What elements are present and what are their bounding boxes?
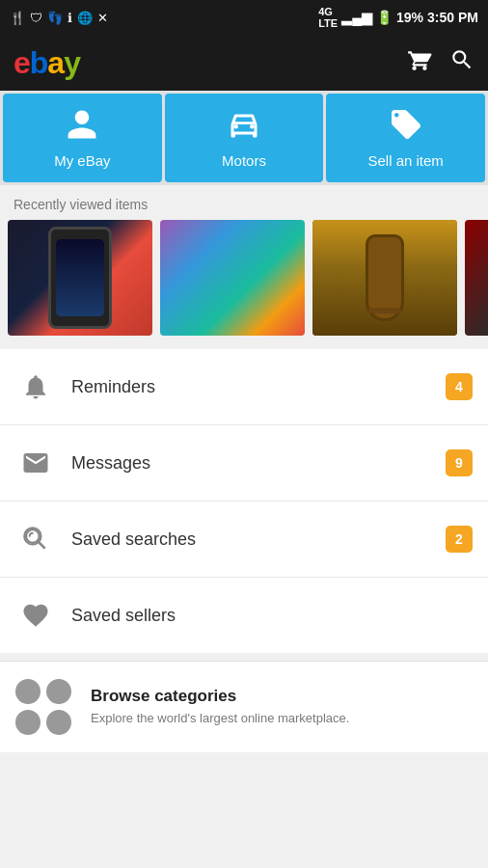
app-header: ebay [0, 35, 488, 91]
menu-item-reminders[interactable]: Reminders 4 [0, 349, 488, 425]
status-icons: 🍴 🛡 👣 ℹ 🌐 ✕ [10, 11, 108, 25]
icon-info: ℹ [68, 11, 72, 25]
ebay-logo: ebay [14, 45, 80, 81]
recent-item-guitar[interactable] [312, 220, 457, 336]
envelope-icon [15, 443, 56, 483]
icon-x: ✕ [97, 11, 108, 25]
icon-fork: 🍴 [10, 11, 25, 25]
recent-item-scarf[interactable] [160, 220, 305, 336]
status-right: 4GLTE ▂▄▆ 🔋 19% 3:50 PM [318, 6, 478, 29]
browse-text: Browse categories Explore the world's la… [91, 687, 349, 727]
saved-searches-badge: 2 [446, 526, 473, 553]
car-icon [227, 107, 261, 145]
sell-label: Sell an item [367, 152, 443, 169]
logo-y: y [64, 45, 80, 80]
reminders-label: Reminders [71, 377, 446, 397]
recent-item-phone[interactable] [8, 220, 152, 336]
bell-icon [15, 366, 56, 407]
browse-categories-section[interactable]: Browse categories Explore the world's la… [0, 661, 488, 752]
nav-buttons: My eBay Motors Sell an item [0, 91, 488, 185]
icon-foot: 👣 [47, 11, 63, 25]
battery-icon: 🔋 [376, 10, 393, 25]
cart-icon[interactable] [407, 47, 432, 78]
logo-e: e [14, 45, 30, 80]
browse-subtitle: Explore the world's largest online marke… [91, 710, 349, 727]
recently-viewed-section: Recently viewed items [0, 185, 488, 349]
person-icon [65, 107, 99, 145]
search-circle-icon [15, 519, 56, 559]
reminders-badge: 4 [446, 373, 473, 400]
browse-title: Browse categories [91, 687, 349, 706]
dot-1 [15, 679, 41, 704]
time: 3:50 PM [427, 10, 478, 25]
my-ebay-button[interactable]: My eBay [3, 94, 162, 182]
status-bar: 🍴 🛡 👣 ℹ 🌐 ✕ 4GLTE ▂▄▆ 🔋 19% 3:50 PM [0, 0, 488, 35]
messages-badge: 9 [446, 449, 473, 476]
recent-items-list [0, 220, 488, 349]
my-ebay-label: My eBay [54, 152, 110, 169]
saved-sellers-label: Saved sellers [71, 606, 473, 626]
network-type: 4GLTE [318, 6, 338, 29]
messages-label: Messages [71, 453, 446, 474]
dot-4 [46, 710, 71, 735]
signal-bars: ▂▄▆ [341, 10, 372, 25]
menu-item-saved-searches[interactable]: Saved searches 2 [0, 502, 488, 578]
dot-2 [46, 679, 71, 704]
menu-item-messages[interactable]: Messages 9 [0, 425, 488, 502]
browse-dots-icon [15, 679, 71, 735]
logo-b: b [30, 45, 48, 80]
logo-a: a [47, 45, 64, 80]
recent-item-partial[interactable] [465, 220, 488, 336]
battery-percent: 19% [396, 10, 423, 25]
menu-list: Reminders 4 Messages 9 Saved searches 2 [0, 349, 488, 653]
motors-button[interactable]: Motors [165, 94, 324, 182]
menu-item-saved-sellers[interactable]: Saved sellers [0, 578, 488, 653]
tag-icon [389, 107, 423, 145]
motors-label: Motors [222, 152, 266, 169]
icon-shield: 🛡 [30, 11, 42, 25]
icon-globe: 🌐 [77, 11, 93, 25]
header-actions [407, 47, 474, 78]
recently-viewed-title: Recently viewed items [0, 185, 488, 220]
heart-icon [15, 595, 56, 636]
dot-3 [15, 710, 41, 735]
saved-searches-label: Saved searches [71, 529, 446, 550]
sell-button[interactable]: Sell an item [326, 94, 485, 182]
search-icon[interactable] [449, 47, 474, 78]
